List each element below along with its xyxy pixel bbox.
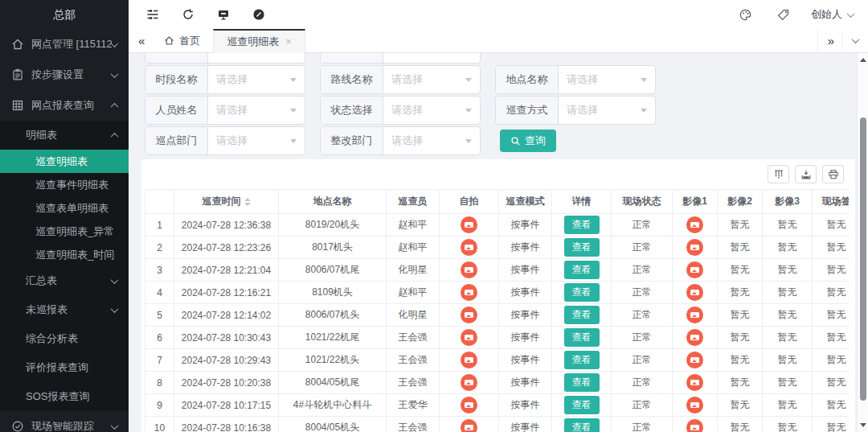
cell-detail: 查看: [552, 259, 612, 282]
close-icon[interactable]: ×: [285, 35, 292, 47]
table-panel: 巡查时间地点名称巡查员自拍巡查模式详情现场状态影像1影像2影像3现场签 1202…: [141, 159, 855, 432]
cell-status: 正常: [612, 282, 673, 304]
photo-thumbnail-icon[interactable]: [461, 397, 477, 413]
photo-thumbnail-icon[interactable]: [461, 419, 477, 432]
view-detail-button[interactable]: 查看: [564, 238, 600, 257]
sidebar-subitem[interactable]: 巡查明细表: [0, 150, 129, 173]
photo-thumbnail-icon[interactable]: [461, 374, 477, 391]
filter-select-dropdown[interactable]: 请选择: [208, 66, 305, 93]
photo-thumbnail-icon[interactable]: [461, 352, 477, 368]
filter-select-dropdown[interactable]: 请选择: [559, 66, 655, 93]
sidebar-item-step-settings[interactable]: 按步骤设置: [0, 60, 129, 90]
cell-mode: 按事件: [499, 259, 552, 282]
tabs-menu-toggle[interactable]: [842, 29, 868, 53]
sidebar-item-live-tracking[interactable]: 现场智能跟踪: [0, 411, 129, 432]
sidebar-subitem[interactable]: 巡查事件明细表: [0, 173, 129, 196]
cell-status: 正常: [612, 417, 673, 432]
cell-inspector: 王会强: [387, 372, 440, 394]
tabs-expand-right[interactable]: »: [817, 29, 842, 53]
photo-thumbnail-icon[interactable]: [461, 284, 477, 301]
screen-icon[interactable]: [217, 8, 230, 21]
filter-select[interactable]: [208, 53, 305, 63]
vertical-scrollbar[interactable]: [857, 53, 868, 432]
cell-patrol-time: 2024-07-28 12:16:21: [174, 282, 279, 304]
view-detail-button[interactable]: 查看: [564, 373, 600, 392]
photo-thumbnail-icon[interactable]: [461, 307, 477, 323]
tabs-collapse-left[interactable]: «: [129, 34, 151, 47]
sidebar-subitem-label: 未巡报表: [26, 302, 112, 317]
photo-thumbnail-icon[interactable]: [686, 307, 703, 323]
sidebar-group[interactable]: 明细表: [0, 121, 129, 150]
sort-icon[interactable]: [244, 198, 251, 206]
view-detail-button[interactable]: 查看: [564, 283, 600, 302]
view-detail-button[interactable]: 查看: [564, 351, 600, 369]
photo-thumbnail-icon[interactable]: [686, 352, 703, 368]
print-icon[interactable]: [822, 165, 844, 183]
filter-select-dropdown[interactable]: 请选择: [383, 66, 480, 93]
cell-image2: 暂无: [718, 214, 763, 237]
sidebar-subitem[interactable]: 巡查明细表_时间: [0, 243, 129, 266]
view-detail-button[interactable]: 查看: [564, 306, 600, 324]
col-header[interactable]: 巡查时间: [174, 190, 279, 214]
search-button[interactable]: 查询: [500, 130, 556, 152]
chevron-up-icon: [111, 102, 119, 110]
tab-patrol-detail[interactable]: 巡查明细表 ×: [213, 29, 305, 53]
filter-select-dropdown[interactable]: 请选择: [208, 127, 305, 154]
cell-selfie: [440, 237, 499, 259]
cell-status: 正常: [612, 237, 673, 259]
sidebar-subitem-label: 汇总表: [26, 274, 112, 288]
compass-dark-icon[interactable]: [252, 8, 265, 21]
cell-site-sign: 暂无: [813, 214, 850, 237]
photo-thumbnail-icon[interactable]: [461, 216, 477, 233]
filter-select-dropdown[interactable]: 请选择: [208, 97, 305, 124]
view-detail-button[interactable]: 查看: [564, 418, 600, 432]
sidebar-group[interactable]: 未巡报表: [0, 295, 129, 324]
photo-thumbnail-icon[interactable]: [686, 374, 703, 391]
search-button-label: 查询: [525, 134, 546, 148]
tab-home[interactable]: 首页: [151, 29, 213, 53]
sidebar-item-report-query[interactable]: 网点报表查询: [0, 90, 129, 121]
photo-thumbnail-icon[interactable]: [686, 397, 703, 413]
photo-thumbnail-icon[interactable]: [686, 261, 703, 278]
view-detail-button[interactable]: 查看: [564, 328, 600, 347]
scrollbar-thumb[interactable]: [860, 117, 866, 401]
palette-icon[interactable]: [739, 8, 752, 22]
photo-thumbnail-icon[interactable]: [686, 239, 703, 256]
sidebar-group[interactable]: SOS报表查询: [0, 382, 129, 411]
columns-icon[interactable]: [768, 165, 789, 183]
sidebar-group[interactable]: 综合分析表: [0, 324, 129, 353]
filter-select-dropdown[interactable]: 请选择: [383, 127, 480, 154]
chevron-down-icon: [847, 10, 855, 18]
photo-thumbnail-icon[interactable]: [686, 216, 703, 233]
sidebar-group[interactable]: 汇总表: [0, 266, 129, 295]
photo-thumbnail-icon[interactable]: [686, 419, 703, 432]
photo-thumbnail-icon[interactable]: [686, 329, 703, 346]
scroll-up-icon[interactable]: [860, 58, 866, 62]
filter-select-dropdown[interactable]: 请选择: [559, 97, 655, 124]
tag-icon[interactable]: [776, 8, 790, 22]
sidebar-group[interactable]: 评价报表查询: [0, 353, 129, 382]
cell-image3: 暂无: [763, 372, 813, 394]
photo-thumbnail-icon[interactable]: [686, 284, 703, 301]
photo-thumbnail-icon[interactable]: [461, 261, 477, 278]
view-detail-button[interactable]: 查看: [564, 216, 600, 234]
unfold-menu-icon[interactable]: [146, 8, 159, 21]
sidebar-subitem[interactable]: 巡查明细表_异常: [0, 220, 129, 243]
caret-down-icon: [290, 139, 297, 143]
cell-status: 正常: [612, 327, 673, 349]
scroll-down-icon[interactable]: [860, 423, 866, 427]
photo-thumbnail-icon[interactable]: [461, 239, 477, 256]
sidebar-item-site-management[interactable]: 网点管理 [1151120]: [0, 29, 129, 60]
filter-select-dropdown[interactable]: 请选择: [383, 97, 480, 124]
sidebar-item-label: 网点管理 [1151120]: [31, 37, 112, 51]
sidebar-subitem[interactable]: 巡查表单明细表: [0, 196, 129, 220]
cell-image3: 暂无: [763, 214, 813, 237]
photo-thumbnail-icon[interactable]: [461, 329, 477, 346]
refresh-icon[interactable]: [182, 8, 194, 21]
view-detail-button[interactable]: 查看: [564, 396, 600, 414]
cell-index: 6: [145, 327, 174, 349]
user-menu[interactable]: 创始人: [811, 7, 854, 22]
view-detail-button[interactable]: 查看: [564, 261, 600, 279]
filter-select[interactable]: [383, 53, 480, 63]
export-icon[interactable]: [795, 165, 817, 183]
